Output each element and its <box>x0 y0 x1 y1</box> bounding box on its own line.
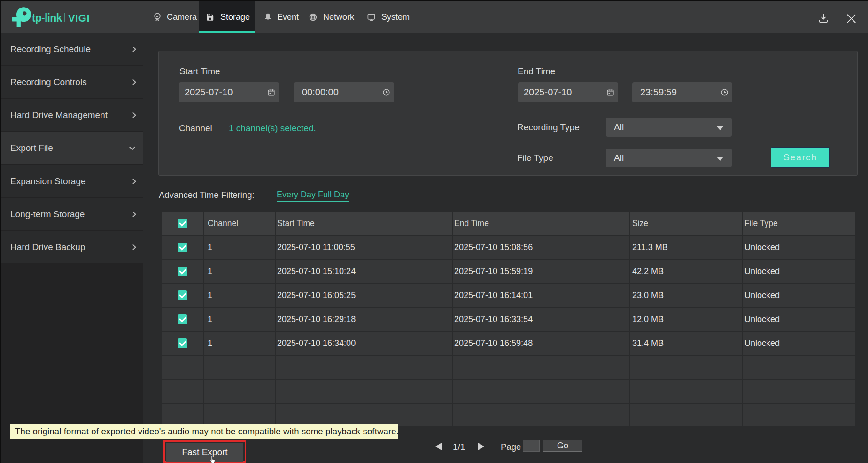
svg-text:tp-link: tp-link <box>32 12 62 24</box>
svg-text:VIGI: VIGI <box>68 12 90 24</box>
